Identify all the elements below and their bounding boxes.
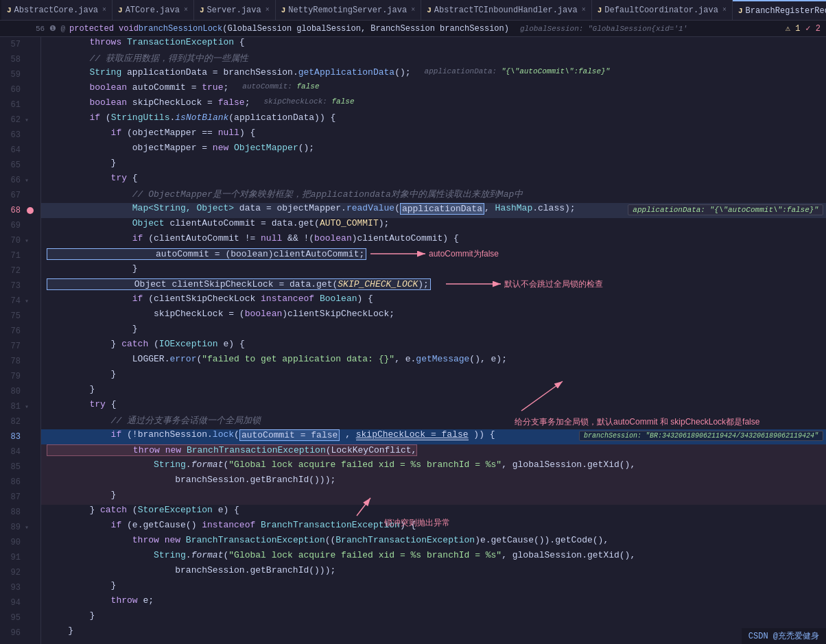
tab-server[interactable]: J Server.java ×	[194, 0, 276, 21]
code-line-87: }	[41, 490, 826, 505]
code-line-92: branchSession.getBranchId()));	[41, 565, 826, 580]
gutter-row-73: 73	[0, 278, 40, 294]
tab-abstracttc[interactable]: J AbstractTCInboundHandler.java ×	[421, 0, 591, 21]
tab-bar: J AbstractCore.java × J ATCore.java × J …	[0, 0, 826, 21]
code-line-89: if (e.getCause() instanceof BranchTransa…	[41, 520, 826, 535]
gutter-row-91: 91	[0, 550, 40, 565]
gutter-row-69: 69	[0, 218, 40, 233]
code-editor[interactable]: throws TransactionException { // 获取应用数据，…	[41, 37, 826, 644]
close-icon[interactable]: ×	[102, 6, 106, 14]
code-line-96: }	[41, 625, 826, 641]
tab-icon: J	[7, 6, 12, 14]
gutter-row-64: 64	[0, 143, 40, 158]
gutter-row-59: 59	[0, 67, 40, 82]
gutter-row-57: 57	[0, 37, 40, 52]
gutter-row-77: 77	[0, 339, 40, 354]
tab-nettyremoting[interactable]: J NettyRemotingServer.java ×	[276, 0, 421, 21]
tab-label: Server.java	[207, 5, 261, 15]
tab-label: DefaultCoordinator.java	[604, 5, 718, 15]
close-icon[interactable]: ×	[184, 6, 188, 14]
code-line-68: Map<String, Object> data = objectMapper.…	[41, 203, 826, 218]
close-icon[interactable]: ×	[411, 6, 415, 14]
gutter-row-96: 96	[0, 625, 40, 641]
gutter-row-67: 67	[0, 188, 40, 203]
tab-label: AbstractCore.java	[14, 5, 98, 15]
code-line-60: boolean autoCommit = true; autoCommit: f…	[41, 82, 826, 97]
gutter-row-62: 62▾	[0, 112, 40, 128]
gutter-row-76: 76	[0, 324, 40, 339]
warn-badge: ⚠ 1	[786, 23, 801, 34]
tab-atcore[interactable]: J ATCore.java ×	[113, 0, 194, 21]
gutter-row-61: 61	[0, 97, 40, 112]
brand-text: CSDN @充禿爱健身	[748, 632, 819, 641]
code-line-62: if (StringUtils.isNotBlank(applicationDa…	[41, 112, 826, 128]
gutter-row-88: 88	[0, 505, 40, 520]
tab-icon: J	[738, 7, 743, 15]
err-badge: ✓ 2	[805, 23, 821, 34]
code-line-80: }	[41, 384, 826, 399]
brand-bar: CSDN @充禿爱健身	[742, 628, 826, 644]
badges: ⚠ 1 ✓ 2	[786, 23, 821, 34]
code-line-66: try {	[41, 173, 826, 188]
gutter-row-70: 70▾	[0, 233, 40, 248]
line-68-ann: applicationData: "{\"autoCommit\":false}…	[628, 204, 823, 215]
code-line-63: if (objectMapper == null) {	[41, 128, 826, 143]
close-icon[interactable]: ×	[582, 6, 586, 14]
tab-icon: J	[200, 6, 204, 14]
code-line-93: }	[41, 580, 826, 595]
editor-container: J AbstractCore.java × J ATCore.java × J …	[0, 0, 826, 644]
code-line-79: }	[41, 369, 826, 384]
gutter-row-75: 75	[0, 309, 40, 324]
code-line-95: }	[41, 610, 826, 625]
gutter-row-89: 89▾	[0, 520, 40, 535]
code-line-67: // ObjectMapper是一个对象映射框架，把applicationdat…	[41, 188, 826, 203]
gutter-row-71: 71	[0, 248, 40, 263]
tab-label: ATCore.java	[126, 5, 180, 15]
code-line-58: // 获取应用数据，得到其中的一些属性	[41, 52, 826, 67]
code-line-74: if (clientSkipCheckLock instanceof Boole…	[41, 294, 826, 309]
line-gutter: 57 58 59 60 61 62▾ 63 64 65 66▾ 67 68 69…	[0, 37, 41, 644]
tab-defaultcoord[interactable]: J DefaultCoordinator.java ×	[592, 0, 733, 21]
tab-label: NettyRemotingServer.java	[288, 5, 407, 15]
code-line-94: throw e;	[41, 595, 826, 610]
tab-label: AbstractTCInboundHandler.java	[434, 5, 578, 15]
tab-icon: J	[118, 6, 123, 14]
gutter-row-78: 78	[0, 354, 40, 369]
gutter-row-72: 72	[0, 263, 40, 278]
method-keyword: protected void	[69, 24, 139, 34]
gutter-row-79: 79	[0, 369, 40, 384]
gutter-row-84: 84	[0, 444, 40, 460]
gutter-row-83: 83	[0, 429, 40, 444]
code-line-91: String.format("Global lock acquire faile…	[41, 550, 826, 565]
gutter-row-65: 65	[0, 158, 40, 173]
gutter-row-93: 93	[0, 580, 40, 595]
gutter-row-92: 92	[0, 565, 40, 580]
code-line-85: String.format("Global lock acquire faile…	[41, 460, 826, 475]
tab-icon: J	[281, 6, 286, 14]
code-line-59: String applicationData = branchSession.g…	[41, 67, 826, 82]
tab-branchregister[interactable]: J BranchRegisterRequest.java ×	[733, 0, 826, 21]
code-line-90: throw new BranchTransactionException((Br…	[41, 535, 826, 550]
gutter-row-58: 58	[0, 52, 40, 67]
gutter-row-82: 82	[0, 414, 40, 429]
code-line-61: boolean skipCheckLock = false; skipCheck…	[41, 97, 826, 112]
gutter-row-81: 81▾	[0, 399, 40, 414]
method-hint: globalSession: "GlobalSession{xid='1'	[520, 25, 687, 33]
code-line-75: skipCheckLock = (boolean)clientSkipCheck…	[41, 309, 826, 324]
code-line-70: if (clientAutoCommit != null && !(boolea…	[41, 233, 826, 248]
tab-abstractcore[interactable]: J AbstractCore.java ×	[1, 0, 113, 21]
line-indicator: 56 ❶ @	[36, 24, 65, 33]
code-line-81: try {	[41, 399, 826, 414]
code-line-72: }	[41, 263, 826, 278]
gutter-row-87: 87	[0, 490, 40, 505]
gutter-row-94: 94	[0, 595, 40, 610]
gutter-row-86: 86	[0, 475, 40, 490]
tab-icon: J	[427, 6, 432, 14]
gutter-row-74: 74▾	[0, 294, 40, 309]
gutter-row-90: 90	[0, 535, 40, 550]
close-icon[interactable]: ×	[266, 6, 270, 14]
code-line-73: Object clientSkipCheckLock = data.get(SK…	[41, 278, 826, 294]
code-line-77: } catch (IOException e) {	[41, 339, 826, 354]
close-icon[interactable]: ×	[722, 6, 727, 14]
code-line-69: Object clientAutoCommit = data.get(AUTO_…	[41, 218, 826, 233]
